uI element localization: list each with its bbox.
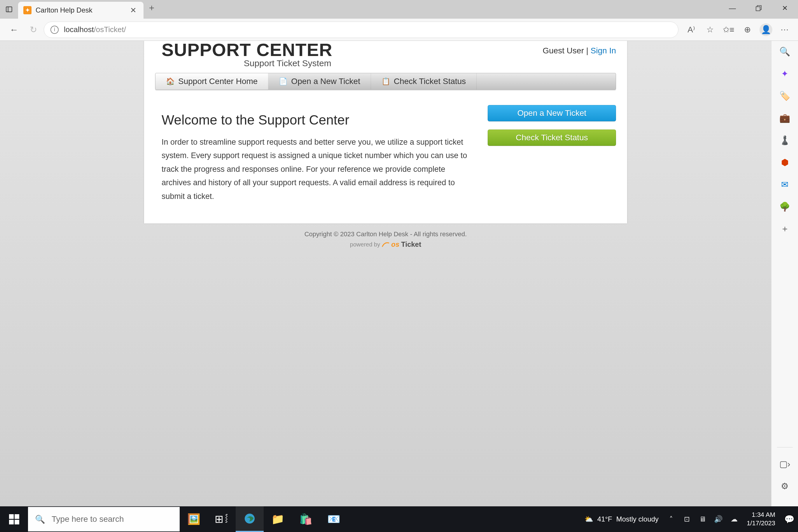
new-tab-button[interactable]: ＋ [144, 2, 160, 14]
read-aloud-icon[interactable]: A⁾ [683, 22, 699, 38]
weather-temp: 41°F [597, 515, 612, 523]
weather-desc: Mostly cloudy [616, 515, 659, 523]
page-title: Welcome to the Support Center [162, 112, 476, 128]
sidebar-office-icon[interactable]: ⬢ [779, 156, 791, 168]
powered-by[interactable]: powered by osTicket [0, 238, 771, 248]
sidebar-search-icon[interactable]: 🔍 [779, 45, 791, 57]
sidebar-shopping-icon[interactable]: 🏷️ [779, 90, 791, 101]
open-ticket-button[interactable]: Open a New Ticket [488, 105, 616, 121]
guest-user-label: Guest User [543, 46, 584, 55]
logo-subtitle: Support Ticket System [162, 58, 332, 68]
sign-in-link[interactable]: Sign In [591, 46, 616, 55]
tray-onedrive-icon[interactable]: ☁ [727, 506, 741, 532]
new-ticket-icon: 📄 [279, 77, 288, 86]
window-maximize-button[interactable] [745, 0, 772, 16]
taskbar-weather[interactable]: ⛅ 41°F Mostly cloudy [579, 515, 664, 523]
sidebar-drop-icon[interactable]: 🌳 [779, 201, 791, 212]
tab-title: Carlton Help Desk [36, 6, 123, 14]
tray-meet-icon[interactable]: ⊡ [680, 506, 694, 532]
taskbar-taskview-icon[interactable]: ⊞⸾ [208, 506, 236, 532]
tray-display-icon[interactable]: 🖥 [695, 506, 710, 532]
action-column: Open a New Ticket Check Ticket Status [488, 103, 616, 203]
nav-home[interactable]: 🏠 Support Center Home [155, 73, 268, 90]
site-info-icon[interactable]: i [51, 26, 59, 34]
taskbar-mail-icon[interactable]: 📧 [320, 506, 348, 532]
page-body: In order to streamline support requests … [162, 135, 471, 203]
start-button[interactable] [0, 506, 28, 532]
taskbar-widgets-icon[interactable]: 🖼️ [180, 506, 208, 532]
window-minimize-button[interactable]: ― [719, 0, 745, 16]
osticket-logo-icon [382, 241, 390, 248]
window-close-button[interactable]: ✕ [772, 0, 798, 16]
user-block: Guest User | Sign In [543, 41, 616, 68]
search-icon: 🔍 [35, 514, 45, 524]
nav-home-label: Support Center Home [178, 77, 258, 86]
favicon-icon: ✦ [23, 6, 32, 14]
support-center-card: SUPPORT CENTER Support Ticket System Gue… [144, 41, 627, 223]
page-viewport: SUPPORT CENTER Support Ticket System Gue… [0, 41, 771, 506]
tab-actions-icon[interactable] [0, 0, 18, 19]
taskbar-store-icon[interactable]: 🛍️ [292, 506, 320, 532]
home-icon: 🏠 [166, 77, 175, 86]
url-text: localhost/osTicket/ [64, 25, 126, 34]
taskbar-search[interactable]: 🔍 Type here to search [28, 507, 180, 531]
clock-date: 1/17/2023 [747, 519, 775, 528]
taskbar-explorer-icon[interactable]: 📁 [264, 506, 292, 532]
status-icon: 📋 [381, 77, 390, 86]
nav-open-label: Open a New Ticket [291, 77, 360, 86]
url-field[interactable]: i localhost/osTicket/ [44, 22, 679, 38]
titlebar: ✦ Carlton Help Desk ✕ ＋ ― ✕ [0, 0, 798, 19]
edge-sidebar: 🔍 ✦ 🏷️ 💼 ♟️ ⬢ ✉ 🌳 ＋ ▢› ⚙ [771, 41, 798, 506]
menu-icon[interactable]: ⋯ [776, 22, 793, 38]
main-column: Welcome to the Support Center In order t… [162, 103, 476, 203]
logo-block: SUPPORT CENTER Support Ticket System [162, 41, 332, 68]
logo-title: SUPPORT CENTER [162, 41, 332, 59]
collections-icon[interactable]: ⊕ [739, 22, 755, 38]
windows-taskbar: 🔍 Type here to search 🖼️ ⊞⸾ 📁 🛍️ 📧 ⛅ 41°… [0, 506, 798, 532]
system-tray: ˄ ⊡ 🖥 🔊 ☁ [664, 506, 741, 532]
favorite-icon[interactable]: ☆ [702, 22, 718, 38]
tray-overflow-icon[interactable]: ˄ [664, 506, 679, 532]
check-status-button[interactable]: Check Ticket Status [488, 130, 616, 146]
copyright-text: Copyright © 2023 Carlton Help Desk - All… [0, 230, 771, 238]
search-placeholder: Type here to search [52, 514, 124, 524]
tray-volume-icon[interactable]: 🔊 [711, 506, 726, 532]
windows-logo-icon [9, 514, 19, 525]
sidebar-discover-icon[interactable]: ✦ [779, 68, 791, 79]
browser-tab[interactable]: ✦ Carlton Help Desk ✕ [18, 2, 144, 19]
toolbar-right: A⁾ ☆ ✩≡ ⊕ 👤 ⋯ [680, 22, 793, 38]
nav-open-ticket[interactable]: 📄 Open a New Ticket [268, 73, 371, 90]
page-footer: Copyright © 2023 Carlton Help Desk - All… [0, 223, 771, 248]
sidebar-games-icon[interactable]: ♟️ [779, 134, 791, 146]
nav-check-status[interactable]: 📋 Check Ticket Status [371, 73, 477, 90]
action-center-icon[interactable]: 💬 [780, 506, 798, 532]
nav-back-button[interactable]: ← [5, 21, 23, 38]
profile-button[interactable]: 👤 [758, 22, 774, 38]
svg-rect-0 [6, 7, 12, 12]
address-bar: ← ↻ i localhost/osTicket/ A⁾ ☆ ✩≡ ⊕ 👤 ⋯ [0, 19, 798, 41]
sidebar-tools-icon[interactable]: 💼 [779, 112, 791, 124]
sidebar-settings-icon[interactable]: ⚙ [779, 480, 791, 492]
weather-icon: ⛅ [585, 515, 593, 523]
favorites-list-icon[interactable]: ✩≡ [720, 22, 737, 38]
sidebar-add-icon[interactable]: ＋ [779, 223, 791, 234]
svg-rect-2 [756, 7, 760, 11]
taskbar-clock[interactable]: 1:34 AM 1/17/2023 [741, 511, 780, 527]
main-nav: 🏠 Support Center Home 📄 Open a New Ticke… [155, 73, 616, 90]
browser-chrome: ✦ Carlton Help Desk ✕ ＋ ― ✕ ← ↻ i localh… [0, 0, 798, 41]
clock-time: 1:34 AM [747, 511, 775, 519]
sidebar-hide-icon[interactable]: ▢› [779, 458, 791, 470]
sidebar-outlook-icon[interactable]: ✉ [779, 178, 791, 190]
nav-refresh-button[interactable]: ↻ [24, 21, 42, 38]
tab-close-icon[interactable]: ✕ [127, 5, 139, 16]
taskbar-edge-icon[interactable] [236, 506, 264, 532]
nav-check-label: Check Ticket Status [394, 77, 466, 86]
